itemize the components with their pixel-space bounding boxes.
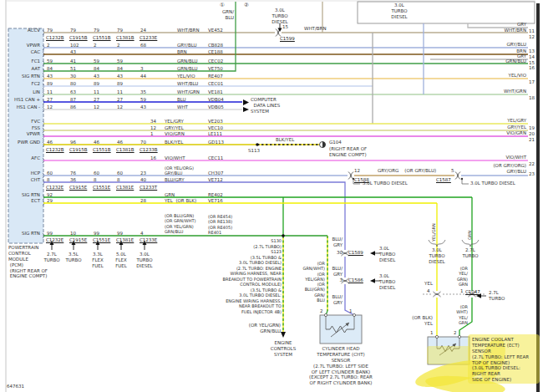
pcm-pin-label: FVC: [7, 119, 40, 125]
edge-wire-label: GRY/YEL: [464, 125, 526, 130]
connector-link[interactable]: C1551E: [93, 185, 116, 191]
edge-page-ref: 12: [529, 34, 535, 40]
connector-link[interactable]: C1233E: [140, 237, 163, 243]
connector-row: C1232BC1915BC1551BC1381BC1233E: [46, 35, 171, 41]
pin-number: 1: [349, 308, 353, 314]
top-right-module-box: [358, 2, 535, 23]
wire-id: VE203: [208, 119, 223, 124]
wire-color-label: (OR YEL/ GRN) GRN: [446, 266, 468, 287]
wire-color-id: GRY/YELVEC10: [165, 125, 223, 131]
top-module-label: 3.0L TURBO DIESEL: [385, 3, 414, 20]
page-right-border: [536, 3, 540, 392]
wire-color-label: WHT: [177, 104, 208, 110]
wire-color-label: VIO/GRN: [165, 131, 208, 137]
cht-sensor-symbol: [320, 313, 362, 344]
connector-link[interactable]: C1233B: [140, 147, 163, 153]
connector-link[interactable]: C1915B: [69, 147, 93, 153]
connector-link[interactable]: C1915E: [69, 185, 93, 191]
edge-wire-label: (OR GRY/ORG) GRY/BLU: [464, 163, 526, 175]
splice-label: S113: [248, 148, 260, 154]
wire-color-label: GRN/BLU: [177, 66, 208, 72]
edge-page-ref: 23: [529, 171, 535, 177]
wire-id: GD113: [208, 140, 224, 145]
wire-id: VE716: [208, 198, 223, 203]
pin-number: 16: [150, 155, 156, 161]
callout-1-badge: ①: [220, 2, 225, 8]
connector-link[interactable]: C1551B: [93, 35, 116, 41]
connector-link[interactable]: C1232B: [46, 147, 69, 153]
wire-color-label: (OR GRN/WHT) (OR YEL/GRN) (OR BLU/GRN) G…: [288, 261, 325, 303]
connector-link[interactable]: C1232B: [46, 35, 69, 41]
connector-link[interactable]: C1551B: [93, 147, 116, 153]
engine-controls-system-label: ENGINE CONTROLS SYSTEM: [265, 340, 302, 358]
pin-number: 1: [430, 330, 434, 336]
wire-color-label: GRY/YEL: [165, 125, 208, 131]
wire-color-label: (OR YEL/GRN) GRN/BLU: [239, 323, 281, 334]
connector-row: C1232BC1915BC1551BC1381BC1233B: [46, 147, 171, 153]
connector-link[interactable]: C1233E: [140, 35, 163, 41]
connector-link[interactable]: C1915B: [69, 35, 93, 41]
pin-numbers-row: 8368840: [47, 177, 172, 183]
pcm-pin-label: SIG RTN: [7, 74, 40, 79]
engine-callout: 3.0L TURBO DIESEL: [363, 181, 408, 186]
wire-color-id: BLK/YELGD113: [165, 140, 224, 145]
connector-link[interactable]: C1589: [348, 250, 363, 256]
wire-color-label: GRY/ORG (OR GRY/BLU): [378, 168, 436, 174]
connector-link[interactable]: C1915E: [69, 237, 93, 243]
wire-id: CH307: [208, 171, 223, 176]
wire-id: VE750: [208, 66, 223, 71]
pin-numbers-row: 89808989: [47, 81, 172, 87]
wire-color-id: GRY/BLUCB828: [177, 43, 223, 48]
edge-wire-label: GRY/BLU: [464, 42, 526, 48]
wire-color-id: VIO/GRNLE111: [165, 131, 222, 137]
wire-color-label: GRN: [467, 231, 472, 240]
connector-link[interactable]: C1381E: [116, 237, 140, 243]
pin-number: 34: [150, 119, 156, 125]
wire-color-label: (OR BLK) YEL: [411, 315, 433, 327]
pin-numbers-row: 2787272759: [47, 97, 172, 103]
wire-color-label: GRN/BLU: [177, 59, 208, 64]
wire-color-label: BLU: [177, 97, 208, 103]
callout-1-label: GRN/ BLU: [209, 9, 234, 21]
pin-numbers-row: 92: [47, 192, 172, 198]
pcm-pin-label: SIG RTN: [7, 231, 40, 237]
connector-link[interactable]: C1586: [348, 277, 363, 283]
wire-id: LE111: [208, 131, 222, 136]
wire-id: CB828: [208, 43, 223, 48]
wire-color-id: BLU/GRYVE712: [165, 177, 223, 183]
pin-number: 15: [282, 24, 288, 30]
wire-color-label: WHT/GRN: [177, 89, 208, 95]
pin-numbers-row: 1163111135: [47, 89, 172, 95]
edge-page-ref: 18: [529, 95, 535, 101]
connector-link[interactable]: C1381B: [116, 35, 140, 41]
connector-link[interactable]: C1587: [436, 177, 451, 183]
connector-link[interactable]: C1381B: [116, 147, 140, 153]
edge-page-ref: 17: [529, 79, 535, 85]
wire-color-label: BLK/YEL: [276, 137, 294, 143]
arrow-c1589-icon: [370, 251, 375, 256]
pin-number: 2: [320, 308, 323, 314]
pcm-pin-label: FC1: [7, 59, 40, 64]
pin-number: 1: [150, 131, 154, 137]
wire-color-label: YEL (OR BLK): [165, 198, 208, 204]
connector-link[interactable]: C1232E: [46, 185, 69, 191]
wire-color-label: YEL/VIO: [177, 74, 208, 79]
engine-callout: 2.7L TURBO: [457, 247, 484, 259]
wire-color-label: (OR BLU/GRN) (OR GRN/WHT) (OR YEL/GRN) G…: [165, 213, 195, 234]
brace-right-icon: [462, 240, 479, 247]
connector-link[interactable]: C1381E: [116, 185, 140, 191]
connector-link[interactable]: C1551E: [93, 237, 116, 243]
connector-link[interactable]: C1233T: [140, 185, 163, 191]
connector-link[interactable]: C1599: [280, 36, 295, 42]
pcm-pin-label: VPWR: [7, 43, 40, 48]
pin-number: 30: [322, 250, 343, 256]
splice-label: S130 (2.7L TURBO) S123 (3.5L TURBO & 3.0…: [192, 238, 282, 314]
engine-variant-label: 5.0L FLEX FUEL: [109, 252, 134, 269]
connector-link[interactable]: C1047: [465, 289, 480, 295]
wire-color-id: GRNRE402: [165, 192, 223, 198]
pin-number: 4: [427, 288, 430, 294]
pcm-pin-label: AAT: [7, 66, 40, 72]
pcm-pin-label: ECT: [7, 198, 40, 204]
connector-link[interactable]: C1232E: [46, 237, 69, 243]
pcm-pin-label: FC2: [7, 81, 40, 87]
